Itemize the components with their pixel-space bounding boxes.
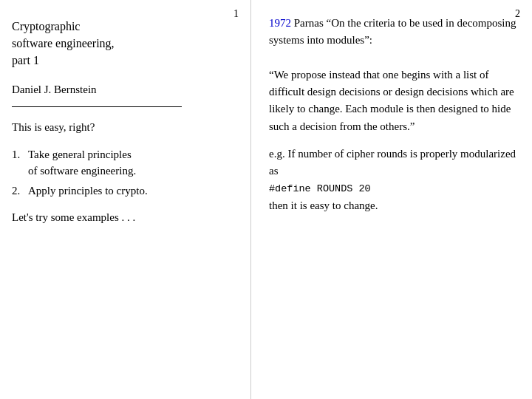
example-close: then it is easy to change.	[269, 200, 378, 211]
list-number-1: 1.	[12, 146, 28, 163]
closing-text: Let's try some examples . . .	[12, 209, 233, 226]
citation-text: Parnas “On the criteria to be used in de…	[269, 17, 516, 46]
example-intro: e.g. If number of cipher rounds is prope…	[269, 148, 516, 177]
tagline: This is easy, right?	[12, 119, 233, 136]
example-block: e.g. If number of cipher rounds is prope…	[269, 146, 517, 215]
divider	[12, 106, 182, 107]
list-number-2: 2.	[12, 183, 28, 200]
list-item-1-line1: Take general principles	[28, 146, 136, 163]
citation-block: 1972 Parnas “On the criteria to be used …	[269, 15, 517, 135]
code-line: #define ROUNDS 20	[269, 183, 371, 194]
list-item-2-line1: Apply principles to crypto.	[28, 183, 148, 200]
page-number-left: 1	[233, 6, 239, 21]
left-panel: 1 Cryptographic software engineering, pa…	[0, 0, 251, 399]
slide-title: Cryptographic software engineering, part…	[12, 18, 233, 69]
page-number-right: 2	[515, 6, 520, 21]
list-item-1: 1. Take general principles of software e…	[12, 146, 233, 180]
title-line1: Cryptographic	[12, 20, 80, 33]
list-item-1-line2: of software engineering.	[28, 163, 136, 180]
year-link[interactable]: 1972	[269, 17, 291, 29]
title-line3: part 1	[12, 54, 39, 66]
title-line2: software engineering,	[12, 37, 115, 50]
author: Daniel J. Bernstein	[12, 81, 233, 98]
quote-text: “We propose instead that one begins with…	[269, 69, 514, 132]
list-item-2: 2. Apply principles to crypto.	[12, 183, 233, 200]
numbered-list: 1. Take general principles of software e…	[12, 146, 233, 200]
right-panel: 2 1972 Parnas “On the criteria to be use…	[251, 0, 532, 399]
